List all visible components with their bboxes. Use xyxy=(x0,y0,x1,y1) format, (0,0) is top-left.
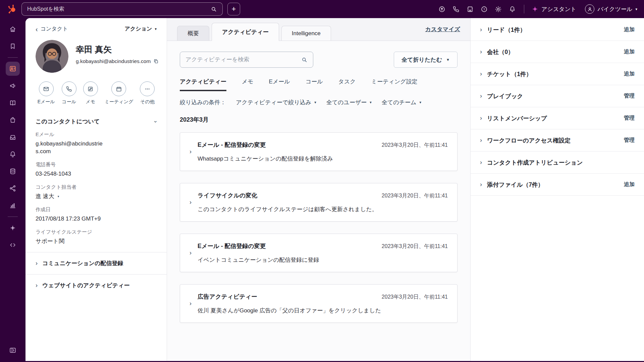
chevron-right-icon[interactable]: › xyxy=(190,293,192,314)
contact-email[interactable]: g.kobayashi@abcindustries.com xyxy=(76,58,151,64)
rail-item-inbox[interactable] xyxy=(6,130,20,144)
chevron-right-icon[interactable]: › xyxy=(480,115,482,122)
notifications-button[interactable] xyxy=(506,3,519,15)
rail-divider xyxy=(8,57,18,58)
chevron-right-icon[interactable]: › xyxy=(480,181,482,188)
rail-item-service[interactable] xyxy=(6,147,20,161)
book-icon xyxy=(9,99,16,107)
manage-link[interactable]: 管理 xyxy=(624,93,635,100)
field-value[interactable]: g.kobayashi@abcindustries.com xyxy=(36,140,103,156)
add-link[interactable]: 追加 xyxy=(624,181,635,188)
quick-action-label: メモ xyxy=(86,99,95,105)
activity-body: このコンタクトのライフサイクルステージは顧客へ更新されました。 xyxy=(198,205,448,213)
activity-title[interactable]: 広告アクティビティー xyxy=(198,293,257,301)
calls-button[interactable] xyxy=(449,3,462,15)
manage-link[interactable]: 管理 xyxy=(624,137,635,144)
chevron-right-icon[interactable]: › xyxy=(480,93,482,100)
rail-item-reporting[interactable] xyxy=(6,198,20,213)
caret-down-icon: ▾ xyxy=(635,7,637,11)
add-link[interactable]: 追加 xyxy=(624,70,635,77)
subtab-meetings[interactable]: ミーティング設定 xyxy=(371,78,418,91)
tab-overview[interactable]: 概要 xyxy=(177,26,209,41)
section-playbooks: › プレイブック 管理 xyxy=(471,85,644,107)
chevron-right-icon[interactable]: › xyxy=(190,242,192,264)
add-link[interactable]: 追加 xyxy=(624,26,635,33)
collapse-all-button[interactable]: 全て折りたたむ ▼ xyxy=(394,52,458,68)
global-search[interactable] xyxy=(21,2,223,16)
chevron-right-icon[interactable]: › xyxy=(190,191,192,213)
shop-button[interactable] xyxy=(464,3,476,15)
rail-item-bookmarks[interactable] xyxy=(6,39,20,53)
activity-title[interactable]: Eメール - 配信登録の変更 xyxy=(198,141,266,149)
rail-item-automations[interactable] xyxy=(6,181,20,195)
subtab-email[interactable]: Eメール xyxy=(269,78,290,91)
create-button[interactable]: + xyxy=(227,3,240,15)
section-website-activity[interactable]: › ウェブサイトのアクティビティー xyxy=(25,274,167,296)
subtab-calls[interactable]: コール xyxy=(306,78,323,91)
marketplace-button[interactable] xyxy=(435,3,448,15)
field-label: コンタクト担当者 xyxy=(36,184,157,190)
manage-link[interactable]: 管理 xyxy=(624,115,635,122)
help-icon: ? xyxy=(481,6,488,13)
field-value[interactable]: 進 速大 xyxy=(36,193,54,200)
subtab-notes[interactable]: メモ xyxy=(242,78,254,91)
tab-intelligence[interactable]: Intelligence xyxy=(281,26,331,41)
rail-item-ai[interactable] xyxy=(6,221,20,235)
field-value[interactable]: 03-2548-1043 xyxy=(36,170,157,178)
subtab-activity[interactable]: アクティビティー xyxy=(180,78,226,91)
rail-item-data[interactable] xyxy=(6,164,20,178)
help-button[interactable]: ? xyxy=(478,3,490,15)
settings-button[interactable] xyxy=(492,3,504,15)
quick-action-email[interactable]: Eメール xyxy=(38,81,55,105)
quick-action-call[interactable]: コール xyxy=(62,81,76,105)
quick-action-more[interactable]: その他 xyxy=(140,81,155,105)
chevron-right-icon[interactable]: › xyxy=(480,48,482,55)
quick-action-note[interactable]: メモ xyxy=(83,81,98,105)
activity-timestamp: 2023年3月20日、午前11:41 xyxy=(382,142,448,149)
activity-card: › Eメール - 配信登録の変更 2023年3月20日、午前11:41 What… xyxy=(180,132,458,171)
subtab-tasks[interactable]: タスク xyxy=(338,78,356,91)
rail-item-marketing[interactable] xyxy=(6,79,20,93)
contact-actions-dropdown[interactable]: アクション ▾ xyxy=(125,25,157,33)
rail-item-commerce[interactable] xyxy=(6,113,20,127)
about-section-toggle[interactable]: このコンタクトについて › xyxy=(36,116,157,131)
filter-all-teams[interactable]: 全てのチーム ▾ xyxy=(382,99,421,106)
subtab-label: Eメール xyxy=(269,78,290,85)
quick-action-meeting[interactable]: ミーティング xyxy=(105,81,133,105)
rail-item-home[interactable] xyxy=(6,22,20,36)
rail-item-content[interactable] xyxy=(6,96,20,110)
record-tabs: 概要 アクティビティー Intelligence カスタマイズ xyxy=(167,18,470,41)
chevron-right-icon[interactable]: › xyxy=(480,70,482,77)
customize-link[interactable]: カスタマイズ xyxy=(425,25,460,33)
chevron-right-icon[interactable]: › xyxy=(480,137,482,144)
add-link[interactable]: 追加 xyxy=(624,48,635,55)
chevron-right-icon[interactable]: › xyxy=(190,141,192,163)
tab-activity[interactable]: アクティビティー xyxy=(212,23,279,41)
rail-item-developer[interactable] xyxy=(6,238,20,252)
back-to-contacts-link[interactable]: ‹ コンタクト xyxy=(36,25,68,33)
chevron-right-icon[interactable]: › xyxy=(480,26,482,33)
chevron-right-icon[interactable]: › xyxy=(480,159,482,166)
hubspot-logo[interactable] xyxy=(7,4,17,14)
quick-action-label: コール xyxy=(62,99,76,105)
field-value[interactable]: サポート関 xyxy=(36,238,157,245)
bell-icon xyxy=(509,6,516,13)
rail-item-expand-panel[interactable] xyxy=(6,343,20,357)
filter-activity-type[interactable]: アクティビティーで絞り込み ▾ xyxy=(236,99,316,106)
section-title: プレイブック xyxy=(487,92,523,100)
account-menu[interactable]: バイクツール ▾ xyxy=(585,4,637,14)
global-search-input[interactable] xyxy=(27,6,207,12)
activity-title[interactable]: Eメール - 配信登録の変更 xyxy=(198,242,266,250)
assistant-button[interactable]: アシスタント xyxy=(530,5,578,13)
caret-down-icon[interactable]: ▾ xyxy=(58,195,59,198)
activity-card: › 広告アクティビティー 2023年3月20日、午前11:41 佐川 夏美さんが… xyxy=(180,284,458,323)
section-communication-subscriptions[interactable]: › コミュニケーションの配信登録 xyxy=(25,252,167,274)
activity-search-input[interactable] xyxy=(185,56,298,63)
copy-icon[interactable] xyxy=(153,59,159,64)
rail-item-contacts[interactable] xyxy=(6,62,20,76)
filter-all-users[interactable]: 全てのユーザー ▾ xyxy=(326,99,372,106)
field-value[interactable]: 2017/08/18 17:23 GMT+9 xyxy=(36,215,157,223)
activity-title[interactable]: ライフサイクルの変化 xyxy=(198,191,257,199)
activity-search[interactable] xyxy=(180,52,313,68)
ellipsis-icon xyxy=(144,86,151,92)
